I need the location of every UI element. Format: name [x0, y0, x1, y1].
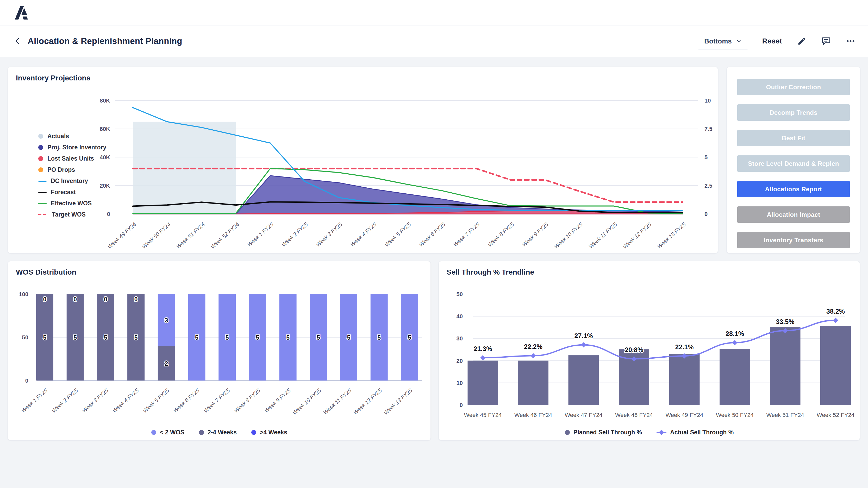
- reset-button[interactable]: Reset: [761, 37, 784, 45]
- planned-bar: [518, 361, 549, 405]
- legend-item-dc-inventory[interactable]: DC Inventory: [38, 175, 106, 187]
- planned-bar: [669, 354, 700, 405]
- bar-value-label: 5: [377, 334, 381, 341]
- legend-label: Target WOS: [52, 211, 86, 218]
- x-axis-tick: Week 7 FY25: [203, 387, 231, 414]
- y-axis-right-tick: 10: [705, 97, 711, 104]
- action-button-store-level-demand-replen[interactable]: Store Level Demand & Replen: [737, 155, 850, 172]
- bar-value-label: 5: [347, 334, 350, 341]
- y-axis-right-tick: 0: [705, 211, 708, 217]
- x-axis-tick: Week 5 FY25: [142, 387, 170, 414]
- data-label: 22.1%: [675, 343, 694, 351]
- bar-value-label: 5: [104, 334, 107, 341]
- more-menu-button[interactable]: [844, 35, 857, 47]
- planned-bar: [719, 349, 750, 405]
- line-marker-diamond: [833, 318, 838, 323]
- action-button-allocations-report[interactable]: Allocations Report: [737, 181, 850, 197]
- data-label: 38.2%: [826, 307, 845, 315]
- ellipsis-icon: [846, 36, 856, 46]
- legend-item-forecast[interactable]: Forecast: [38, 187, 106, 198]
- y-axis-tick: 0: [25, 378, 28, 384]
- wos-distribution-panel: 05010050Week 1 FY2550Week 2 FY2550Week 3…: [8, 261, 431, 441]
- action-button-outlier-correction[interactable]: Outlier Correction: [737, 79, 850, 95]
- panel-title-sell: Sell Through % Trendline: [446, 268, 534, 276]
- bar-value-label: 0: [104, 296, 107, 303]
- x-axis-tick: Week 49 FY24: [665, 412, 703, 418]
- x-axis-tick: Week 48 FY24: [615, 412, 653, 418]
- bar-value-label: 5: [73, 334, 77, 341]
- legend-item--2-wos[interactable]: < 2 WOS: [151, 429, 184, 436]
- inventory-projections-panel: 0020K2.540K560K7.580K10Week 49 FY24Week …: [8, 67, 718, 253]
- sell-through-chart: 01020304050Week 45 FY24Week 46 FY24Week …: [439, 261, 860, 441]
- x-axis-tick: Week 13 FY25: [656, 221, 687, 250]
- legend-item-actual-sell-through-[interactable]: Actual Sell Through %: [656, 429, 734, 436]
- legend-marker: [251, 430, 256, 435]
- app-window: Allocation & Replenishment Planning Bott…: [0, 0, 868, 488]
- x-axis-tick: Week 8 FY25: [487, 221, 515, 248]
- x-axis-tick: Week 52 FY24: [209, 221, 240, 250]
- legend-label: Effective WOS: [51, 200, 92, 207]
- x-axis-tick: Week 1 FY25: [246, 221, 275, 248]
- page-header: Allocation & Replenishment Planning Bott…: [0, 26, 868, 57]
- bar-value-label: 3: [164, 317, 168, 324]
- x-axis-tick: Week 10 FY25: [553, 221, 584, 250]
- bar-value-label: 5: [43, 334, 46, 341]
- y-axis-tick: 40: [457, 313, 463, 320]
- legend-item-actuals[interactable]: Actuals: [38, 131, 106, 142]
- bar-value-label: 0: [43, 296, 46, 303]
- legend-item--4-weeks[interactable]: >4 Weeks: [251, 429, 287, 436]
- x-axis-tick: Week 8 FY25: [233, 387, 261, 414]
- planned-bar: [820, 326, 851, 405]
- back-button[interactable]: [11, 35, 24, 47]
- header-actions: Bottoms Reset: [698, 33, 857, 50]
- action-button-best-fit[interactable]: Best Fit: [737, 130, 850, 146]
- y-axis-tick: 50: [22, 334, 28, 341]
- x-axis-tick: Week 12 FY25: [622, 221, 653, 250]
- bar-value-label: 0: [73, 296, 77, 303]
- action-button-decomp-trends[interactable]: Decomp Trends: [737, 104, 850, 121]
- legend-item-2-4-weeks[interactable]: 2-4 Weeks: [199, 429, 237, 436]
- legend-marker: [38, 156, 43, 161]
- legend-item-po-drops[interactable]: PO Drops: [38, 164, 106, 175]
- line-marker-diamond: [531, 353, 536, 358]
- legend-label: Proj. Store Inventory: [48, 144, 106, 151]
- line-marker-diamond: [480, 355, 486, 360]
- legend-marker: [565, 430, 570, 435]
- line-marker-diamond: [581, 342, 586, 348]
- chevron-down-icon: [736, 38, 742, 44]
- bar-value-label: 5: [408, 334, 411, 341]
- legend-item-lost-sales-units[interactable]: Lost Sales Units: [38, 153, 106, 164]
- x-axis-tick: Week 10 FY25: [291, 387, 322, 416]
- sell-chart-legend: Planned Sell Through %Actual Sell Throug…: [439, 429, 860, 436]
- legend-item-target-wos[interactable]: Target WOS: [38, 209, 106, 220]
- wos-chart-legend: < 2 WOS2-4 Weeks>4 Weeks: [8, 429, 431, 436]
- bar-value-label: 5: [317, 334, 320, 341]
- y-axis-tick: 10: [457, 380, 463, 386]
- y-axis-right-tick: 2.5: [705, 183, 713, 189]
- y-axis-tick: 100: [19, 291, 28, 297]
- legend-marker: [38, 167, 43, 172]
- legend-item-proj-store-inventory[interactable]: Proj. Store Inventory: [38, 142, 106, 153]
- legend-marker: [38, 134, 43, 139]
- actions-panel: Outlier CorrectionDecomp TrendsBest FitS…: [726, 67, 860, 253]
- x-axis-tick: Week 11 FY25: [322, 387, 352, 416]
- legend-label: Actual Sell Through %: [670, 429, 734, 436]
- x-axis-tick: Week 2 FY25: [51, 387, 79, 414]
- legend-item-planned-sell-through-[interactable]: Planned Sell Through %: [565, 429, 642, 436]
- legend-label: PO Drops: [48, 166, 75, 173]
- view-dropdown[interactable]: Bottoms: [698, 33, 748, 50]
- action-button-inventory-transfers[interactable]: Inventory Transfers: [737, 232, 850, 248]
- y-axis-right-tick: 5: [705, 154, 708, 161]
- comment-button[interactable]: [820, 35, 832, 47]
- x-axis-tick: Week 51 FY24: [175, 221, 206, 250]
- chevron-left-icon: [13, 37, 22, 45]
- data-label: 22.2%: [524, 343, 542, 350]
- x-axis-tick: Week 11 FY25: [588, 221, 618, 250]
- legend-item-effective-wos[interactable]: Effective WOS: [38, 198, 106, 209]
- legend-label: Forecast: [51, 189, 76, 196]
- wos-distribution-chart: 05010050Week 1 FY2550Week 2 FY2550Week 3…: [8, 261, 431, 441]
- action-button-allocation-impact[interactable]: Allocation Impact: [737, 206, 850, 223]
- edit-button[interactable]: [796, 35, 808, 47]
- x-axis-tick: Week 50 FY24: [141, 221, 172, 250]
- legend-marker: [38, 203, 46, 204]
